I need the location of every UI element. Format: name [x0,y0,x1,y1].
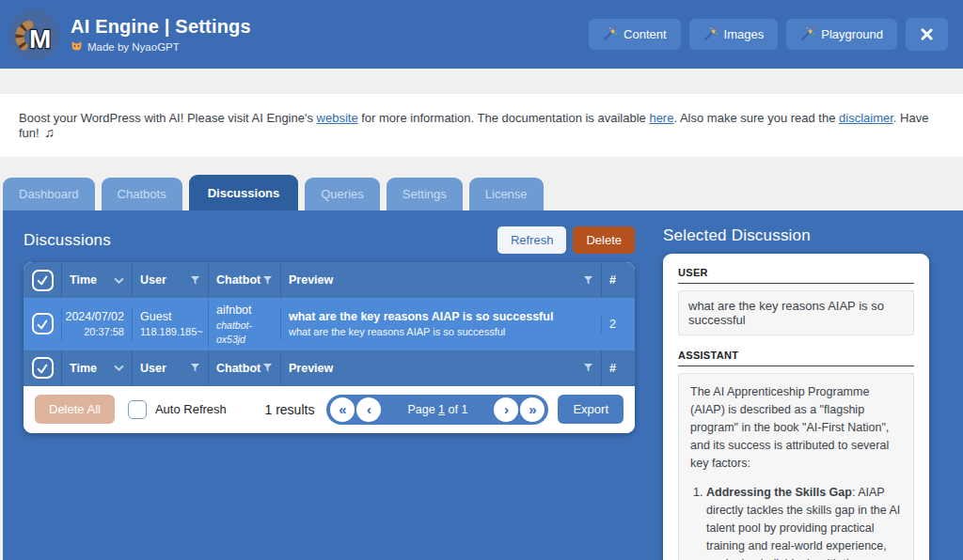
tab-discussions[interactable]: Discussions [189,175,299,210]
column-header-time[interactable]: Time [70,362,97,375]
chevron-down-icon[interactable] [114,363,124,373]
filter-icon[interactable] [583,275,593,286]
export-button[interactable]: Export [558,395,624,424]
select-all-checkbox[interactable] [32,270,54,291]
assistant-message-label: ASSISTANT [678,350,914,366]
tab-license[interactable]: License [469,178,544,210]
row-time: 20:37:58 [84,325,124,339]
next-page-button[interactable]: › [494,397,518,422]
content-button-label: Content [624,27,667,41]
row-checkbox[interactable] [32,313,54,334]
prev-page-button[interactable]: ‹ [356,397,381,422]
tab-queries[interactable]: Queries [305,178,380,210]
row-preview-title: what are the key reasons AIAP is so succ… [289,308,553,325]
playground-button[interactable]: Playground [786,19,897,50]
documentation-link[interactable]: here [649,111,673,125]
admin-notice: Boost your WordPress with AI! Please vis… [0,94,963,157]
page-title: AI Engine | Settings [71,16,251,38]
row-message-count: 2 [609,316,616,333]
assistant-list: Addressing the Skills Gap: AIAP directly… [690,484,902,560]
website-link[interactable]: website [317,111,358,125]
refresh-button[interactable]: Refresh [497,226,567,254]
page-number-input[interactable]: 1 [438,403,445,416]
row-preview-sub: what are the key reasons AIAP is so succ… [289,325,505,339]
settings-tools-button[interactable] [906,18,948,51]
chevron-down-icon[interactable] [114,275,124,286]
selected-discussion-section: Selected Discussion USER what are the ke… [655,210,963,560]
last-page-button[interactable]: » [520,397,545,422]
user-message-label: USER [678,267,914,284]
main-panel: Discussions Refresh Delete Time User Cha… [3,210,963,560]
notice-text: . Also make sure you read the [673,111,839,125]
pagination: « ‹ Page 1 of 1 › » [326,395,548,425]
disclaimer-link[interactable]: disclaimer [839,111,893,125]
selected-discussion-title: Selected Discussion [663,226,811,245]
app-header: M AI Engine | Settings Made by NyaoGPT C… [0,0,963,69]
column-header-count: # [609,362,616,375]
user-message: what are the key reasons AIAP is so succ… [678,290,914,335]
music-note-icon: ♫ [44,125,55,140]
playground-button-label: Playground [821,27,883,41]
made-by-label: Made by NyaoGPT [87,41,180,53]
assistant-message: The AI Apprenticeship Programme (AIAP) i… [678,373,914,560]
column-header-time[interactable]: Time [70,273,97,287]
svg-text:M: M [29,24,51,54]
delete-all-button[interactable]: Delete All [35,395,115,424]
table-header-row: Time User Chatbot Preview # [24,262,635,298]
table-row[interactable]: 2024/07/02 20:37:58 Guest 118.189.185~ a… [24,298,635,350]
filter-icon[interactable] [262,363,273,373]
discussions-table-card: Time User Chatbot Preview # 2024/07/02 2… [24,262,635,433]
column-header-user[interactable]: User [140,362,166,375]
magic-wand-icon [703,27,718,41]
check-icon [36,318,49,331]
row-chatbot-id: chatbot-ox53jd [216,319,273,346]
notice-text: for more information. The documentation … [358,111,650,125]
column-header-preview[interactable]: Preview [289,362,333,375]
filter-icon[interactable] [190,275,200,286]
page-prefix: Page [407,403,434,416]
column-header-preview[interactable]: Preview [289,273,333,287]
table-header-row-bottom: Time User Chatbot Preview # [24,350,635,386]
column-header-user[interactable]: User [140,273,166,287]
row-date: 2024/07/02 [65,308,124,325]
assistant-item-title: Addressing the Skills Gap [706,486,852,499]
column-header-chatbot[interactable]: Chatbot [216,362,260,375]
images-button-label: Images [724,27,765,41]
discussions-section: Discussions Refresh Delete Time User Cha… [3,210,655,560]
auto-refresh-label: Auto Refresh [155,402,227,416]
page-indicator: Page 1 of 1 [407,403,467,416]
filter-icon[interactable] [262,275,273,286]
results-count: 1 results [265,402,315,417]
nav-tabs: Dashboard Chatbots Discussions Queries S… [3,175,963,210]
row-user-ip: 118.189.185~ [140,325,203,339]
magic-wand-icon [800,27,814,41]
assistant-intro: The AI Apprenticeship Programme (AIAP) i… [690,383,902,473]
first-page-button[interactable]: « [330,397,355,422]
check-icon [36,362,49,375]
discussions-title: Discussions [24,231,111,250]
check-icon [36,273,49,287]
app-logo: M [8,9,59,60]
magic-wand-icon [603,27,617,41]
assistant-list-item: Addressing the Skills Gap: AIAP directly… [706,484,902,560]
tab-settings[interactable]: Settings [387,178,463,210]
auto-refresh-checkbox[interactable] [128,400,147,419]
page-total: 1 [461,403,467,416]
tab-dashboard[interactable]: Dashboard [3,178,95,210]
notice-text: Boost your WordPress with AI! Please vis… [19,111,317,125]
table-footer: Delete All Auto Refresh 1 results « ‹ Pa… [24,386,635,433]
tools-icon [919,26,935,42]
images-button[interactable]: Images [689,19,779,50]
delete-button[interactable]: Delete [573,226,635,254]
filter-icon[interactable] [190,363,200,373]
selected-discussion-card: USER what are the key reasons AIAP is so… [663,254,929,560]
row-chatbot-name: aifnbot [216,302,252,319]
column-header-count: # [609,273,616,287]
content-button[interactable]: Content [589,19,681,50]
select-all-checkbox[interactable] [32,357,54,379]
cat-tail-logo-icon: M [8,9,59,60]
filter-icon[interactable] [583,363,593,373]
cat-icon [71,40,83,53]
column-header-chatbot[interactable]: Chatbot [216,273,260,287]
tab-chatbots[interactable]: Chatbots [102,178,182,210]
